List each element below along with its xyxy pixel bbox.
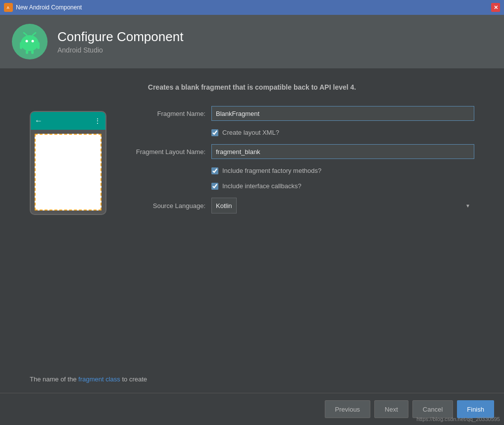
watermark: https://blog.csdn.net/qq_20330595: [416, 416, 500, 422]
svg-line-5: [24, 33, 27, 35]
fragment-name-row: Fragment Name:: [129, 106, 474, 121]
main-content: Creates a blank fragment that is compati…: [0, 68, 504, 393]
svg-point-4: [32, 40, 34, 43]
title-bar-text: New Android Component: [16, 4, 491, 11]
hint-area: The name of the fragment class to create: [30, 366, 474, 383]
fragment-layout-name-label: Fragment Layout Name:: [129, 148, 205, 156]
phone-mock: ← ⋮: [30, 111, 106, 215]
phone-body: [35, 134, 101, 211]
menu-dots-icon: ⋮: [94, 117, 101, 125]
include-factory-methods-row: Include fragment factory methods?: [211, 167, 474, 174]
header: Configure Component Android Studio: [0, 15, 504, 68]
header-titles: Configure Component Android Studio: [57, 29, 183, 53]
hint-prefix: The name of the: [30, 375, 78, 383]
create-layout-xml-label: Create layout XML?: [222, 129, 279, 136]
svg-point-2: [21, 35, 39, 51]
svg-text:A: A: [7, 5, 10, 10]
form-fields: Fragment Name: Create layout XML? Fragme…: [129, 106, 474, 215]
create-layout-xml-row: Create layout XML?: [211, 129, 474, 136]
svg-rect-10: [31, 50, 34, 54]
sub-title: Android Studio: [57, 46, 183, 54]
close-button[interactable]: ✕: [491, 3, 500, 12]
source-language-wrapper: Java Kotlin: [211, 198, 474, 213]
fragment-layout-name-input[interactable]: [211, 144, 474, 159]
fragment-name-input[interactable]: [211, 106, 474, 121]
source-language-label: Source Language:: [129, 202, 205, 210]
previous-button[interactable]: Previous: [325, 400, 371, 418]
phone-preview: ← ⋮: [30, 111, 109, 215]
include-interface-callbacks-row: Include interface callbacks?: [211, 182, 474, 190]
create-layout-xml-checkbox[interactable]: [211, 129, 218, 136]
form-area: ← ⋮ Fragment Name: Create layout XML?: [30, 106, 474, 215]
back-arrow-icon: ←: [35, 116, 43, 125]
svg-rect-7: [20, 42, 22, 49]
include-factory-methods-checkbox[interactable]: [211, 167, 218, 174]
fragment-layout-name-row: Fragment Layout Name:: [129, 144, 474, 159]
main-title: Configure Component: [57, 29, 183, 45]
title-bar: A New Android Component ✕: [0, 0, 504, 15]
fragment-name-label: Fragment Name:: [129, 110, 205, 117]
source-language-select[interactable]: Java Kotlin: [211, 198, 237, 213]
hint-link: fragment class: [78, 375, 120, 383]
svg-line-6: [33, 33, 36, 35]
hint-suffix: to create: [120, 375, 147, 383]
main-window: A New Android Component ✕: [0, 0, 504, 425]
android-logo: [12, 24, 48, 59]
cancel-button[interactable]: Cancel: [412, 400, 453, 418]
include-interface-callbacks-checkbox[interactable]: [211, 183, 218, 190]
app-icon: A: [4, 3, 13, 12]
svg-rect-9: [26, 50, 28, 54]
description-text: Creates a blank fragment that is compati…: [30, 83, 474, 91]
svg-rect-8: [37, 42, 40, 49]
phone-topbar: ← ⋮: [31, 112, 105, 130]
source-language-row: Source Language: Java Kotlin: [129, 198, 474, 213]
svg-point-3: [26, 40, 28, 43]
include-interface-callbacks-label: Include interface callbacks?: [222, 182, 302, 190]
include-factory-methods-label: Include fragment factory methods?: [222, 167, 321, 174]
next-button[interactable]: Next: [374, 400, 408, 418]
finish-button[interactable]: Finish: [457, 400, 494, 418]
